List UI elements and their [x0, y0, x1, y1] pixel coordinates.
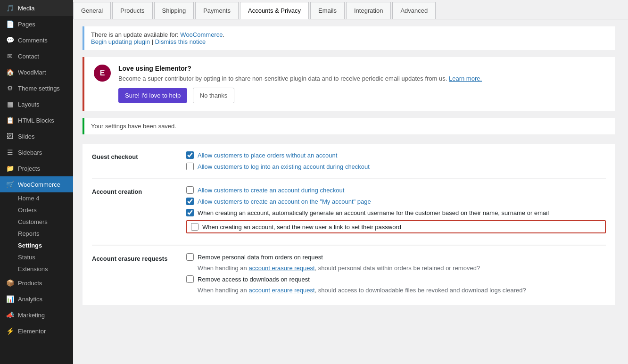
pages-icon: 📄: [6, 20, 14, 28]
elementor-logo: E: [94, 65, 111, 82]
sidebar-item-marketing[interactable]: 📣 Marketing: [0, 307, 73, 323]
ac-label-2[interactable]: Allow customers to create an account on …: [198, 198, 371, 205]
ac-field-2: Allow customers to create an account on …: [186, 198, 606, 205]
ae-field-2: Remove access to downloads on request: [186, 275, 606, 283]
guest-checkout-label-2[interactable]: Allow customers to log into an existing …: [198, 163, 370, 170]
no-thanks-button[interactable]: No thanks: [193, 88, 235, 103]
guest-checkout-fields: Allow customers to place orders without …: [186, 151, 606, 170]
guest-checkout-checkbox-2[interactable]: [186, 163, 194, 170]
tab-accounts[interactable]: Accounts & Privacy: [240, 2, 309, 19]
tabs-bar: General Products Shipping Payments Accou…: [73, 0, 628, 19]
ac-field-1: Allow customers to create an account dur…: [186, 186, 606, 194]
ac-field-3: When creating an account, automatically …: [186, 209, 606, 216]
projects-icon: 📁: [6, 165, 14, 172]
sidebar-item-layouts[interactable]: ▦ Layouts: [0, 96, 73, 112]
dismiss-notice-link[interactable]: Dismiss this notice: [155, 38, 206, 45]
ac-label-4[interactable]: When creating an account, send the new u…: [202, 223, 401, 231]
sidebar-item-contact[interactable]: ✉ Contact: [0, 48, 73, 64]
sidebar-item-woocommerce[interactable]: 🛒 WooCommerce: [0, 176, 73, 192]
ae-checkbox-1[interactable]: [186, 253, 194, 261]
media-icon: 🎵: [6, 4, 14, 12]
tab-emails[interactable]: Emails: [310, 2, 345, 19]
tab-payments[interactable]: Payments: [195, 2, 239, 19]
ae-label-1[interactable]: Remove personal data from orders on requ…: [198, 254, 323, 261]
sidebar-sub-home[interactable]: Home 4: [0, 192, 73, 204]
account-erasure-label: Account erasure requests: [92, 253, 186, 262]
ae-label-2[interactable]: Remove access to downloads on request: [198, 276, 310, 283]
sidebar: 🎵 Media 📄 Pages 💬 Comments ✉ Contact 🏠 W…: [0, 0, 73, 364]
sidebars-icon: ☰: [6, 149, 14, 156]
ac-checkbox-3[interactable]: [186, 209, 194, 216]
ae-helper-1: When handling an account erasure request…: [186, 265, 606, 272]
sidebar-item-projects[interactable]: 📁 Projects: [0, 160, 73, 176]
woocommerce-link[interactable]: WooCommerce: [180, 31, 223, 38]
sidebar-item-comments[interactable]: 💬 Comments: [0, 32, 73, 48]
sidebar-sub-settings[interactable]: Settings: [0, 240, 73, 251]
settings-panel: Guest checkout Allow customers to place …: [83, 144, 615, 305]
guest-field-1: Allow customers to place orders without …: [186, 151, 606, 159]
sidebar-item-elementor[interactable]: ⚡ Elementor: [0, 323, 73, 339]
sidebar-sub-customers[interactable]: Customers: [0, 216, 73, 228]
erasure-request-link-2[interactable]: account erasure request: [248, 287, 314, 294]
sidebar-item-products[interactable]: 📦 Products: [0, 275, 73, 291]
sidebar-sub-extensions[interactable]: Extensions: [0, 263, 73, 275]
elementor-icon: ⚡: [6, 327, 14, 335]
sidebar-item-html-blocks[interactable]: 📋 HTML Blocks: [0, 112, 73, 128]
sidebar-sub-status[interactable]: Status: [0, 251, 73, 263]
account-erasure-fields: Remove personal data from orders on requ…: [186, 253, 606, 298]
sidebar-item-woodmart[interactable]: 🏠 WoodMart: [0, 64, 73, 80]
elementor-notice-title: Love using Elementor?: [118, 65, 482, 72]
sidebar-item-pages[interactable]: 📄 Pages: [0, 16, 73, 32]
ac-checkbox-1[interactable]: [186, 186, 194, 194]
ac-field-4-highlighted: When creating an account, send the new u…: [186, 220, 606, 233]
account-creation-label: Account creation: [92, 186, 186, 195]
woodmart-icon: 🏠: [6, 68, 14, 76]
yes-help-button[interactable]: Sure! I'd love to help: [118, 88, 187, 103]
woocommerce-icon: 🛒: [6, 181, 14, 188]
ac-label-3[interactable]: When creating an account, automatically …: [198, 209, 549, 216]
sidebar-item-slides[interactable]: 🖼 Slides: [0, 128, 73, 144]
tab-general[interactable]: General: [73, 2, 111, 19]
tab-shipping[interactable]: Shipping: [154, 2, 194, 19]
contact-icon: ✉: [6, 52, 14, 60]
tab-advanced[interactable]: Advanced: [392, 2, 436, 19]
erasure-request-link-1[interactable]: account erasure request: [248, 265, 314, 272]
analytics-icon: 📊: [6, 295, 14, 303]
ae-field-1: Remove personal data from orders on requ…: [186, 253, 606, 261]
ae-helper-2: When handling an account erasure request…: [186, 287, 606, 294]
begin-updating-link[interactable]: Begin updating plugin: [91, 38, 150, 45]
content-area: There is an update available for: WooCom…: [73, 19, 625, 312]
guest-checkout-section: Guest checkout Allow customers to place …: [92, 144, 606, 178]
elementor-notice-desc: Become a super contributor by opting in …: [118, 75, 482, 82]
comments-icon: 💬: [6, 36, 14, 44]
elementor-notice: E Love using Elementor? Become a super c…: [83, 57, 615, 111]
sidebar-sub-orders[interactable]: Orders: [0, 204, 73, 216]
saved-notice: Your settings have been saved.: [83, 118, 615, 134]
elementor-notice-body: Love using Elementor? Become a super con…: [118, 65, 482, 103]
ac-label-1[interactable]: Allow customers to create an account dur…: [198, 187, 344, 194]
sidebar-item-theme-settings[interactable]: ⚙ Theme settings: [0, 80, 73, 96]
home-badge: 4: [36, 195, 39, 202]
tab-products[interactable]: Products: [112, 2, 152, 19]
slides-icon: 🖼: [6, 132, 14, 140]
learn-more-link[interactable]: Learn more.: [449, 75, 482, 82]
ae-checkbox-2[interactable]: [186, 275, 194, 283]
sidebar-sub-reports[interactable]: Reports: [0, 228, 73, 240]
account-creation-section: Account creation Allow customers to crea…: [92, 178, 606, 245]
theme-settings-icon: ⚙: [6, 84, 14, 92]
ac-checkbox-2[interactable]: [186, 198, 194, 205]
layouts-icon: ▦: [6, 100, 14, 108]
sidebar-item-media[interactable]: 🎵 Media: [0, 0, 73, 16]
tab-integration[interactable]: Integration: [346, 2, 391, 19]
html-blocks-icon: 📋: [6, 116, 14, 124]
sidebar-item-sidebars[interactable]: ☰ Sidebars: [0, 144, 73, 160]
ac-checkbox-4[interactable]: [191, 223, 198, 231]
marketing-icon: 📣: [6, 311, 14, 319]
guest-checkout-checkbox-1[interactable]: [186, 151, 194, 159]
guest-checkout-label: Guest checkout: [92, 151, 186, 160]
products-icon: 📦: [6, 279, 14, 287]
guest-field-2: Allow customers to log into an existing …: [186, 163, 606, 170]
guest-checkout-label-1[interactable]: Allow customers to place orders without …: [198, 152, 337, 159]
sidebar-item-analytics[interactable]: 📊 Analytics: [0, 291, 73, 307]
main-content: General Products Shipping Payments Accou…: [73, 0, 628, 364]
